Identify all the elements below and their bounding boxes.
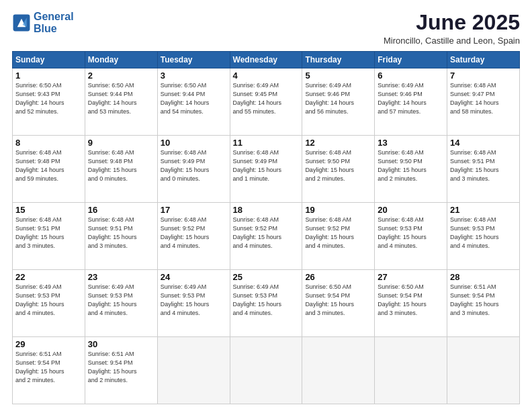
day-info: Sunrise: 6:48 AM Sunset: 9:49 PM Dayligh… xyxy=(161,148,227,183)
day-number: 6 xyxy=(378,71,444,81)
calendar-week-row: 29Sunrise: 6:51 AM Sunset: 9:54 PM Dayli… xyxy=(13,337,520,404)
table-row: 25Sunrise: 6:49 AM Sunset: 9:53 PM Dayli… xyxy=(230,270,302,337)
table-row: 1Sunrise: 6:50 AM Sunset: 9:43 PM Daylig… xyxy=(13,68,85,136)
col-saturday: Saturday xyxy=(447,52,520,68)
calendar-week-row: 8Sunrise: 6:48 AM Sunset: 9:48 PM Daylig… xyxy=(13,136,520,203)
logo-icon xyxy=(12,13,31,32)
table-row: 16Sunrise: 6:48 AM Sunset: 9:51 PM Dayli… xyxy=(85,203,157,270)
logo-text: General Blue xyxy=(34,11,74,34)
table-row: 17Sunrise: 6:48 AM Sunset: 9:52 PM Dayli… xyxy=(157,203,230,270)
table-row: 13Sunrise: 6:48 AM Sunset: 9:50 PM Dayli… xyxy=(375,136,447,203)
day-number: 18 xyxy=(233,205,300,215)
day-info: Sunrise: 6:49 AM Sunset: 9:45 PM Dayligh… xyxy=(233,81,300,116)
day-info: Sunrise: 6:49 AM Sunset: 9:46 PM Dayligh… xyxy=(378,81,444,116)
day-number: 3 xyxy=(161,71,227,81)
day-number: 7 xyxy=(450,71,517,81)
day-info: Sunrise: 6:48 AM Sunset: 9:49 PM Dayligh… xyxy=(233,148,300,183)
day-number: 20 xyxy=(378,205,444,215)
title-block: June 2025 Mironcillo, Castille and Leon,… xyxy=(384,11,520,46)
table-row: 3Sunrise: 6:50 AM Sunset: 9:44 PM Daylig… xyxy=(157,68,230,136)
table-row: 24Sunrise: 6:49 AM Sunset: 9:53 PM Dayli… xyxy=(157,270,230,337)
table-row xyxy=(447,337,520,404)
day-info: Sunrise: 6:48 AM Sunset: 9:48 PM Dayligh… xyxy=(15,148,82,183)
table-row xyxy=(157,337,230,404)
logo: General Blue xyxy=(12,11,74,34)
day-info: Sunrise: 6:48 AM Sunset: 9:53 PM Dayligh… xyxy=(378,216,444,250)
day-info: Sunrise: 6:51 AM Sunset: 9:54 PM Dayligh… xyxy=(15,350,82,385)
day-number: 2 xyxy=(88,71,154,81)
table-row: 19Sunrise: 6:48 AM Sunset: 9:52 PM Dayli… xyxy=(302,203,375,270)
table-row: 26Sunrise: 6:50 AM Sunset: 9:54 PM Dayli… xyxy=(302,270,375,337)
header: General Blue June 2025 Mironcillo, Casti… xyxy=(12,11,520,46)
table-row: 30Sunrise: 6:51 AM Sunset: 9:54 PM Dayli… xyxy=(85,337,157,404)
table-row: 22Sunrise: 6:49 AM Sunset: 9:53 PM Dayli… xyxy=(13,270,85,337)
table-row: 7Sunrise: 6:48 AM Sunset: 9:47 PM Daylig… xyxy=(447,68,520,136)
day-info: Sunrise: 6:48 AM Sunset: 9:50 PM Dayligh… xyxy=(305,148,371,183)
day-number: 24 xyxy=(161,272,227,282)
day-number: 21 xyxy=(450,205,517,215)
col-friday: Friday xyxy=(375,52,447,68)
day-number: 19 xyxy=(305,205,371,215)
table-row: 9Sunrise: 6:48 AM Sunset: 9:48 PM Daylig… xyxy=(85,136,157,203)
table-row: 12Sunrise: 6:48 AM Sunset: 9:50 PM Dayli… xyxy=(302,136,375,203)
day-info: Sunrise: 6:51 AM Sunset: 9:54 PM Dayligh… xyxy=(450,283,517,318)
day-number: 22 xyxy=(15,272,82,282)
day-info: Sunrise: 6:48 AM Sunset: 9:48 PM Dayligh… xyxy=(88,148,154,183)
calendar-week-row: 22Sunrise: 6:49 AM Sunset: 9:53 PM Dayli… xyxy=(13,270,520,337)
day-number: 13 xyxy=(378,138,444,148)
day-info: Sunrise: 6:48 AM Sunset: 9:47 PM Dayligh… xyxy=(450,81,517,116)
table-row xyxy=(230,337,302,404)
day-info: Sunrise: 6:50 AM Sunset: 9:43 PM Dayligh… xyxy=(15,81,82,116)
table-row: 21Sunrise: 6:48 AM Sunset: 9:53 PM Dayli… xyxy=(447,203,520,270)
day-info: Sunrise: 6:50 AM Sunset: 9:54 PM Dayligh… xyxy=(378,283,444,318)
day-number: 29 xyxy=(15,339,82,349)
day-number: 28 xyxy=(450,272,517,282)
day-number: 1 xyxy=(15,71,82,81)
col-monday: Monday xyxy=(85,52,157,68)
col-wednesday: Wednesday xyxy=(230,52,302,68)
day-info: Sunrise: 6:49 AM Sunset: 9:53 PM Dayligh… xyxy=(161,283,227,318)
day-number: 15 xyxy=(15,205,82,215)
day-number: 30 xyxy=(88,339,154,349)
day-number: 5 xyxy=(305,71,371,81)
day-info: Sunrise: 6:49 AM Sunset: 9:53 PM Dayligh… xyxy=(88,283,154,318)
col-tuesday: Tuesday xyxy=(157,52,230,68)
calendar-header-row: Sunday Monday Tuesday Wednesday Thursday… xyxy=(13,52,520,68)
table-row: 5Sunrise: 6:49 AM Sunset: 9:46 PM Daylig… xyxy=(302,68,375,136)
day-number: 27 xyxy=(378,272,444,282)
day-number: 8 xyxy=(15,138,82,148)
table-row: 10Sunrise: 6:48 AM Sunset: 9:49 PM Dayli… xyxy=(157,136,230,203)
calendar-week-row: 15Sunrise: 6:48 AM Sunset: 9:51 PM Dayli… xyxy=(13,203,520,270)
day-info: Sunrise: 6:48 AM Sunset: 9:52 PM Dayligh… xyxy=(161,216,227,250)
day-number: 11 xyxy=(233,138,300,148)
day-info: Sunrise: 6:48 AM Sunset: 9:51 PM Dayligh… xyxy=(450,148,517,183)
day-info: Sunrise: 6:50 AM Sunset: 9:44 PM Dayligh… xyxy=(161,81,227,116)
calendar-week-row: 1Sunrise: 6:50 AM Sunset: 9:43 PM Daylig… xyxy=(13,68,520,136)
day-number: 9 xyxy=(88,138,154,148)
table-row: 6Sunrise: 6:49 AM Sunset: 9:46 PM Daylig… xyxy=(375,68,447,136)
day-info: Sunrise: 6:48 AM Sunset: 9:52 PM Dayligh… xyxy=(233,216,300,250)
month-title: June 2025 xyxy=(384,11,520,34)
table-row: 11Sunrise: 6:48 AM Sunset: 9:49 PM Dayli… xyxy=(230,136,302,203)
logo-line2: Blue xyxy=(34,23,57,34)
col-thursday: Thursday xyxy=(302,52,375,68)
day-info: Sunrise: 6:50 AM Sunset: 9:54 PM Dayligh… xyxy=(305,283,371,318)
table-row: 8Sunrise: 6:48 AM Sunset: 9:48 PM Daylig… xyxy=(13,136,85,203)
day-info: Sunrise: 6:48 AM Sunset: 9:51 PM Dayligh… xyxy=(88,216,154,250)
day-number: 26 xyxy=(305,272,371,282)
location: Mironcillo, Castille and Leon, Spain xyxy=(384,36,520,46)
table-row: 27Sunrise: 6:50 AM Sunset: 9:54 PM Dayli… xyxy=(375,270,447,337)
table-row: 14Sunrise: 6:48 AM Sunset: 9:51 PM Dayli… xyxy=(447,136,520,203)
table-row: 20Sunrise: 6:48 AM Sunset: 9:53 PM Dayli… xyxy=(375,203,447,270)
day-number: 10 xyxy=(161,138,227,148)
day-info: Sunrise: 6:48 AM Sunset: 9:51 PM Dayligh… xyxy=(15,216,82,250)
day-info: Sunrise: 6:48 AM Sunset: 9:50 PM Dayligh… xyxy=(378,148,444,183)
day-number: 25 xyxy=(233,272,300,282)
table-row: 28Sunrise: 6:51 AM Sunset: 9:54 PM Dayli… xyxy=(447,270,520,337)
calendar-table: Sunday Monday Tuesday Wednesday Thursday… xyxy=(12,51,520,404)
day-info: Sunrise: 6:49 AM Sunset: 9:46 PM Dayligh… xyxy=(305,81,371,116)
table-row: 4Sunrise: 6:49 AM Sunset: 9:45 PM Daylig… xyxy=(230,68,302,136)
table-row xyxy=(302,337,375,404)
table-row xyxy=(375,337,447,404)
day-number: 23 xyxy=(88,272,154,282)
